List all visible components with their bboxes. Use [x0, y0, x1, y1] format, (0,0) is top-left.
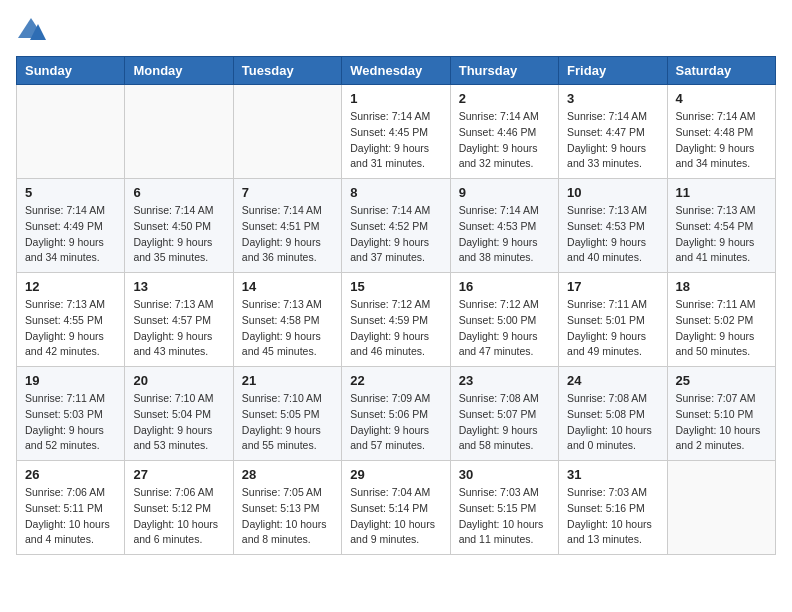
calendar-cell: 20Sunrise: 7:10 AM Sunset: 5:04 PM Dayli… — [125, 367, 233, 461]
calendar-cell: 6Sunrise: 7:14 AM Sunset: 4:50 PM Daylig… — [125, 179, 233, 273]
day-number: 17 — [567, 279, 658, 294]
day-info: Sunrise: 7:13 AM Sunset: 4:55 PM Dayligh… — [25, 297, 116, 360]
day-info: Sunrise: 7:13 AM Sunset: 4:58 PM Dayligh… — [242, 297, 333, 360]
calendar-cell: 7Sunrise: 7:14 AM Sunset: 4:51 PM Daylig… — [233, 179, 341, 273]
day-info: Sunrise: 7:14 AM Sunset: 4:47 PM Dayligh… — [567, 109, 658, 172]
day-info: Sunrise: 7:07 AM Sunset: 5:10 PM Dayligh… — [676, 391, 767, 454]
day-info: Sunrise: 7:14 AM Sunset: 4:53 PM Dayligh… — [459, 203, 550, 266]
day-info: Sunrise: 7:11 AM Sunset: 5:03 PM Dayligh… — [25, 391, 116, 454]
day-info: Sunrise: 7:14 AM Sunset: 4:45 PM Dayligh… — [350, 109, 441, 172]
calendar-cell: 23Sunrise: 7:08 AM Sunset: 5:07 PM Dayli… — [450, 367, 558, 461]
logo-icon — [16, 16, 46, 44]
calendar-cell: 4Sunrise: 7:14 AM Sunset: 4:48 PM Daylig… — [667, 85, 775, 179]
day-info: Sunrise: 7:06 AM Sunset: 5:11 PM Dayligh… — [25, 485, 116, 548]
day-info: Sunrise: 7:13 AM Sunset: 4:57 PM Dayligh… — [133, 297, 224, 360]
day-number: 6 — [133, 185, 224, 200]
day-number: 29 — [350, 467, 441, 482]
day-info: Sunrise: 7:09 AM Sunset: 5:06 PM Dayligh… — [350, 391, 441, 454]
day-number: 10 — [567, 185, 658, 200]
day-number: 2 — [459, 91, 550, 106]
calendar-cell: 27Sunrise: 7:06 AM Sunset: 5:12 PM Dayli… — [125, 461, 233, 555]
day-number: 14 — [242, 279, 333, 294]
day-info: Sunrise: 7:06 AM Sunset: 5:12 PM Dayligh… — [133, 485, 224, 548]
day-number: 1 — [350, 91, 441, 106]
day-number: 24 — [567, 373, 658, 388]
day-info: Sunrise: 7:03 AM Sunset: 5:15 PM Dayligh… — [459, 485, 550, 548]
day-number: 11 — [676, 185, 767, 200]
day-info: Sunrise: 7:04 AM Sunset: 5:14 PM Dayligh… — [350, 485, 441, 548]
calendar-cell: 17Sunrise: 7:11 AM Sunset: 5:01 PM Dayli… — [559, 273, 667, 367]
day-number: 23 — [459, 373, 550, 388]
day-number: 27 — [133, 467, 224, 482]
day-number: 8 — [350, 185, 441, 200]
day-number: 19 — [25, 373, 116, 388]
day-number: 12 — [25, 279, 116, 294]
day-number: 31 — [567, 467, 658, 482]
day-info: Sunrise: 7:14 AM Sunset: 4:46 PM Dayligh… — [459, 109, 550, 172]
calendar-cell: 1Sunrise: 7:14 AM Sunset: 4:45 PM Daylig… — [342, 85, 450, 179]
day-info: Sunrise: 7:12 AM Sunset: 5:00 PM Dayligh… — [459, 297, 550, 360]
day-info: Sunrise: 7:14 AM Sunset: 4:52 PM Dayligh… — [350, 203, 441, 266]
day-info: Sunrise: 7:08 AM Sunset: 5:08 PM Dayligh… — [567, 391, 658, 454]
calendar-week-row: 12Sunrise: 7:13 AM Sunset: 4:55 PM Dayli… — [17, 273, 776, 367]
calendar-cell: 14Sunrise: 7:13 AM Sunset: 4:58 PM Dayli… — [233, 273, 341, 367]
day-info: Sunrise: 7:10 AM Sunset: 5:04 PM Dayligh… — [133, 391, 224, 454]
day-info: Sunrise: 7:14 AM Sunset: 4:48 PM Dayligh… — [676, 109, 767, 172]
day-number: 7 — [242, 185, 333, 200]
day-info: Sunrise: 7:14 AM Sunset: 4:51 PM Dayligh… — [242, 203, 333, 266]
weekday-header-saturday: Saturday — [667, 57, 775, 85]
calendar-cell: 10Sunrise: 7:13 AM Sunset: 4:53 PM Dayli… — [559, 179, 667, 273]
day-info: Sunrise: 7:14 AM Sunset: 4:49 PM Dayligh… — [25, 203, 116, 266]
day-number: 30 — [459, 467, 550, 482]
calendar-cell: 8Sunrise: 7:14 AM Sunset: 4:52 PM Daylig… — [342, 179, 450, 273]
day-info: Sunrise: 7:11 AM Sunset: 5:01 PM Dayligh… — [567, 297, 658, 360]
day-info: Sunrise: 7:13 AM Sunset: 4:54 PM Dayligh… — [676, 203, 767, 266]
weekday-header-monday: Monday — [125, 57, 233, 85]
weekday-header-row: SundayMondayTuesdayWednesdayThursdayFrid… — [17, 57, 776, 85]
calendar-cell: 11Sunrise: 7:13 AM Sunset: 4:54 PM Dayli… — [667, 179, 775, 273]
calendar-cell: 9Sunrise: 7:14 AM Sunset: 4:53 PM Daylig… — [450, 179, 558, 273]
day-number: 26 — [25, 467, 116, 482]
calendar-cell: 29Sunrise: 7:04 AM Sunset: 5:14 PM Dayli… — [342, 461, 450, 555]
day-info: Sunrise: 7:12 AM Sunset: 4:59 PM Dayligh… — [350, 297, 441, 360]
day-number: 9 — [459, 185, 550, 200]
day-number: 28 — [242, 467, 333, 482]
calendar-cell: 26Sunrise: 7:06 AM Sunset: 5:11 PM Dayli… — [17, 461, 125, 555]
weekday-header-wednesday: Wednesday — [342, 57, 450, 85]
calendar-cell: 18Sunrise: 7:11 AM Sunset: 5:02 PM Dayli… — [667, 273, 775, 367]
calendar-cell: 12Sunrise: 7:13 AM Sunset: 4:55 PM Dayli… — [17, 273, 125, 367]
calendar-cell: 16Sunrise: 7:12 AM Sunset: 5:00 PM Dayli… — [450, 273, 558, 367]
logo — [16, 16, 50, 44]
calendar-cell: 24Sunrise: 7:08 AM Sunset: 5:08 PM Dayli… — [559, 367, 667, 461]
day-info: Sunrise: 7:08 AM Sunset: 5:07 PM Dayligh… — [459, 391, 550, 454]
day-number: 25 — [676, 373, 767, 388]
day-number: 16 — [459, 279, 550, 294]
calendar-cell: 28Sunrise: 7:05 AM Sunset: 5:13 PM Dayli… — [233, 461, 341, 555]
day-number: 5 — [25, 185, 116, 200]
calendar-cell: 22Sunrise: 7:09 AM Sunset: 5:06 PM Dayli… — [342, 367, 450, 461]
day-info: Sunrise: 7:11 AM Sunset: 5:02 PM Dayligh… — [676, 297, 767, 360]
calendar-cell: 15Sunrise: 7:12 AM Sunset: 4:59 PM Dayli… — [342, 273, 450, 367]
day-number: 18 — [676, 279, 767, 294]
day-info: Sunrise: 7:05 AM Sunset: 5:13 PM Dayligh… — [242, 485, 333, 548]
calendar-week-row: 19Sunrise: 7:11 AM Sunset: 5:03 PM Dayli… — [17, 367, 776, 461]
calendar-cell: 3Sunrise: 7:14 AM Sunset: 4:47 PM Daylig… — [559, 85, 667, 179]
calendar-cell — [667, 461, 775, 555]
calendar-cell: 13Sunrise: 7:13 AM Sunset: 4:57 PM Dayli… — [125, 273, 233, 367]
calendar-cell: 25Sunrise: 7:07 AM Sunset: 5:10 PM Dayli… — [667, 367, 775, 461]
calendar-week-row: 5Sunrise: 7:14 AM Sunset: 4:49 PM Daylig… — [17, 179, 776, 273]
day-info: Sunrise: 7:03 AM Sunset: 5:16 PM Dayligh… — [567, 485, 658, 548]
calendar-cell — [125, 85, 233, 179]
calendar-week-row: 1Sunrise: 7:14 AM Sunset: 4:45 PM Daylig… — [17, 85, 776, 179]
day-info: Sunrise: 7:10 AM Sunset: 5:05 PM Dayligh… — [242, 391, 333, 454]
weekday-header-thursday: Thursday — [450, 57, 558, 85]
day-number: 4 — [676, 91, 767, 106]
day-number: 13 — [133, 279, 224, 294]
day-info: Sunrise: 7:13 AM Sunset: 4:53 PM Dayligh… — [567, 203, 658, 266]
weekday-header-friday: Friday — [559, 57, 667, 85]
weekday-header-tuesday: Tuesday — [233, 57, 341, 85]
page-header — [16, 16, 776, 44]
day-number: 22 — [350, 373, 441, 388]
calendar-week-row: 26Sunrise: 7:06 AM Sunset: 5:11 PM Dayli… — [17, 461, 776, 555]
calendar-cell: 21Sunrise: 7:10 AM Sunset: 5:05 PM Dayli… — [233, 367, 341, 461]
